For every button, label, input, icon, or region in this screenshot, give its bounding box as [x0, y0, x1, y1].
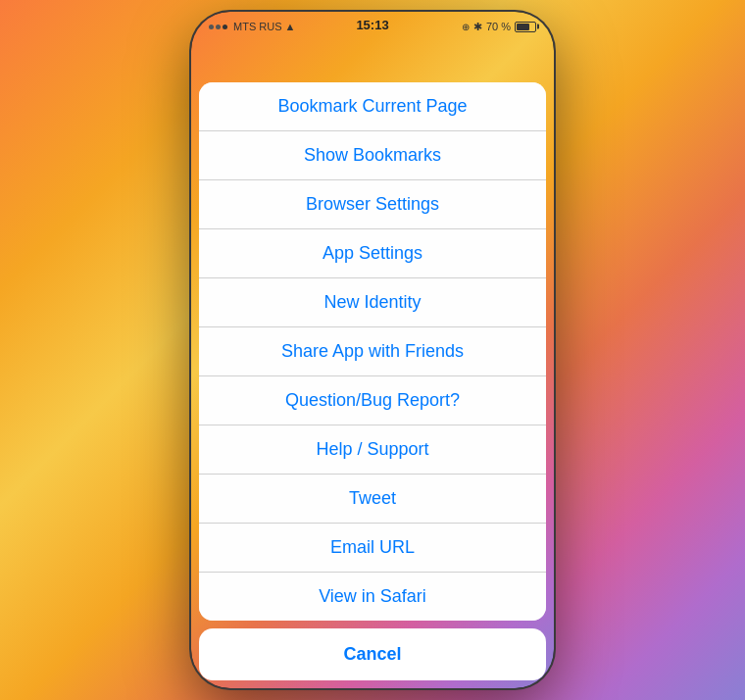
menu-item-new-identity[interactable]: New Identity: [199, 278, 546, 327]
signal-icon: [209, 25, 227, 29]
menu-item-label: Bookmark Current Page: [277, 96, 467, 117]
menu-item-label: Question/Bug Report?: [285, 390, 460, 411]
menu-item-label: View in Safari: [319, 586, 426, 607]
phone-screen: MTS RUS ▲ 15:13 ⊕ ✱ 70 % Bookmark Curren…: [191, 12, 554, 688]
status-right: ⊕ ✱ 70 %: [462, 21, 536, 33]
menu-item-email-url[interactable]: Email URL: [199, 524, 546, 573]
status-bar: MTS RUS ▲ 15:13 ⊕ ✱ 70 %: [191, 12, 554, 39]
battery-percentage: 70 %: [486, 21, 511, 32]
menu-item-tweet[interactable]: Tweet: [199, 475, 546, 524]
action-sheet: Bookmark Current PageShow BookmarksBrows…: [199, 82, 546, 621]
menu-item-question-bug[interactable]: Question/Bug Report?: [199, 376, 546, 425]
menu-item-browser-settings[interactable]: Browser Settings: [199, 180, 546, 229]
action-sheet-area: Bookmark Current PageShow BookmarksBrows…: [191, 39, 554, 688]
menu-item-share-app[interactable]: Share App with Friends: [199, 327, 546, 376]
cancel-label: Cancel: [343, 644, 401, 665]
cancel-sheet: Cancel: [199, 628, 546, 680]
wifi-icon: ▲: [285, 21, 296, 32]
carrier-name: MTS RUS: [233, 21, 282, 32]
status-left: MTS RUS ▲: [209, 21, 295, 32]
menu-item-bookmark-current[interactable]: Bookmark Current Page: [199, 82, 546, 131]
menu-item-label: Tweet: [349, 488, 396, 509]
menu-item-show-bookmarks[interactable]: Show Bookmarks: [199, 131, 546, 180]
phone-frame: MTS RUS ▲ 15:13 ⊕ ✱ 70 % Bookmark Curren…: [191, 12, 554, 688]
menu-item-view-in-safari[interactable]: View in Safari: [199, 573, 546, 621]
bluetooth-icon: ✱: [473, 21, 482, 33]
menu-item-help-support[interactable]: Help / Support: [199, 425, 546, 475]
status-time: 15:13: [356, 18, 388, 32]
battery-icon: [515, 22, 536, 32]
menu-item-label: App Settings: [323, 243, 422, 264]
location-icon: ⊕: [462, 22, 470, 32]
menu-item-app-settings[interactable]: App Settings: [199, 229, 546, 278]
menu-item-label: Browser Settings: [306, 194, 439, 215]
battery-fill: [517, 24, 529, 30]
cancel-button[interactable]: Cancel: [199, 628, 546, 680]
menu-item-label: Help / Support: [316, 439, 428, 460]
menu-item-label: New Identity: [323, 292, 421, 313]
menu-item-label: Email URL: [330, 537, 415, 558]
menu-item-label: Share App with Friends: [281, 341, 464, 362]
menu-item-label: Show Bookmarks: [304, 145, 441, 166]
